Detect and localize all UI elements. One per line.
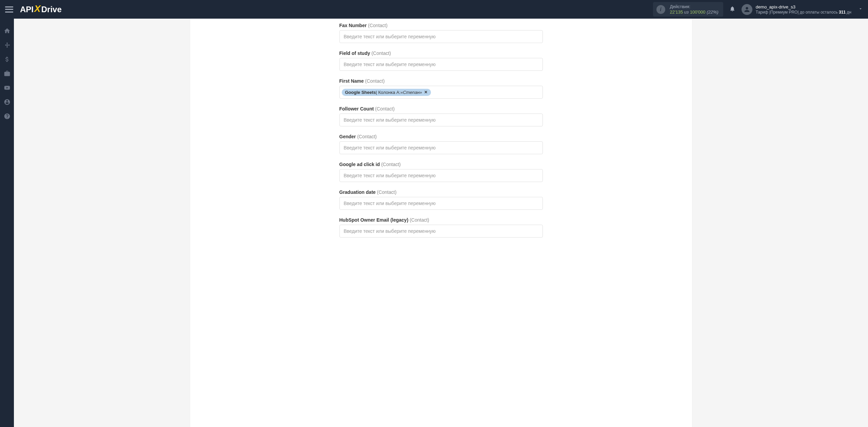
user-name: demo_apix-drive_s3	[756, 4, 851, 9]
chevron-down-icon[interactable]	[858, 6, 863, 13]
field-label: Fax Number (Contact)	[339, 23, 543, 28]
header-right: i Действия: 22'135 из 100'000 (22%) demo…	[653, 2, 863, 17]
form-group: HubSpot Owner Email (legacy) (Contact)	[339, 217, 543, 238]
form-container: Fax Number (Contact)Field of study (Cont…	[339, 23, 543, 238]
field-input[interactable]: Google Sheets | Колонка A: «Степан»✕	[339, 86, 543, 99]
user-section[interactable]: demo_apix-drive_s3 Тариф |Премиум PRO| д…	[742, 4, 863, 15]
logo-drive: Drive	[41, 5, 62, 14]
field-input[interactable]	[339, 225, 543, 238]
form-group: Graduation date (Contact)	[339, 189, 543, 210]
form-group: Gender (Contact)	[339, 134, 543, 154]
field-input[interactable]	[339, 169, 543, 182]
sidebar-connections[interactable]	[0, 38, 14, 52]
sidebar-youtube[interactable]	[0, 81, 14, 95]
form-group: First Name (Contact)Google Sheets | Коло…	[339, 78, 543, 99]
variable-tag: Google Sheets | Колонка A: «Степан»✕	[342, 89, 431, 96]
field-label: HubSpot Owner Email (legacy) (Contact)	[339, 217, 543, 223]
form-group: Google ad click id (Contact)	[339, 162, 543, 182]
form-panel: Fax Number (Contact)Field of study (Cont…	[190, 19, 692, 427]
logo[interactable]: APIXDrive	[20, 4, 62, 15]
content: Fax Number (Contact)Field of study (Cont…	[14, 19, 868, 427]
top-header: APIXDrive i Действия: 22'135 из 100'000 …	[0, 0, 868, 19]
field-label: First Name (Contact)	[339, 78, 543, 84]
hamburger-menu[interactable]	[5, 6, 13, 13]
field-input[interactable]	[339, 58, 543, 71]
avatar	[742, 4, 752, 15]
tag-remove-icon[interactable]: ✕	[424, 90, 428, 95]
actions-values: 22'135 из 100'000 (22%)	[670, 9, 718, 15]
sidebar-briefcase[interactable]	[0, 66, 14, 81]
logo-api: API	[20, 5, 34, 14]
actions-box[interactable]: i Действия: 22'135 из 100'000 (22%)	[653, 2, 723, 17]
sidebar	[0, 19, 14, 427]
field-label: Google ad click id (Contact)	[339, 162, 543, 167]
field-label: Graduation date (Contact)	[339, 189, 543, 195]
user-tariff: Тариф |Премиум PRO| до оплаты осталось 3…	[756, 10, 851, 15]
sidebar-help[interactable]	[0, 109, 14, 123]
field-input[interactable]	[339, 30, 543, 43]
field-input[interactable]	[339, 197, 543, 210]
field-label: Follower Count (Contact)	[339, 106, 543, 111]
info-icon: i	[656, 5, 665, 14]
form-group: Follower Count (Contact)	[339, 106, 543, 126]
user-info: demo_apix-drive_s3 Тариф |Премиум PRO| д…	[756, 4, 851, 15]
field-label: Gender (Contact)	[339, 134, 543, 139]
actions-label: Действия:	[670, 4, 718, 9]
sidebar-profile[interactable]	[0, 95, 14, 109]
sidebar-billing[interactable]	[0, 52, 14, 66]
field-input[interactable]	[339, 114, 543, 126]
logo-x: X	[34, 3, 41, 14]
form-group: Field of study (Contact)	[339, 50, 543, 71]
field-input[interactable]	[339, 141, 543, 154]
field-label: Field of study (Contact)	[339, 50, 543, 56]
actions-text: Действия: 22'135 из 100'000 (22%)	[670, 4, 718, 15]
form-group: Fax Number (Contact)	[339, 23, 543, 43]
sidebar-home[interactable]	[0, 24, 14, 38]
bell-icon[interactable]	[729, 5, 735, 14]
